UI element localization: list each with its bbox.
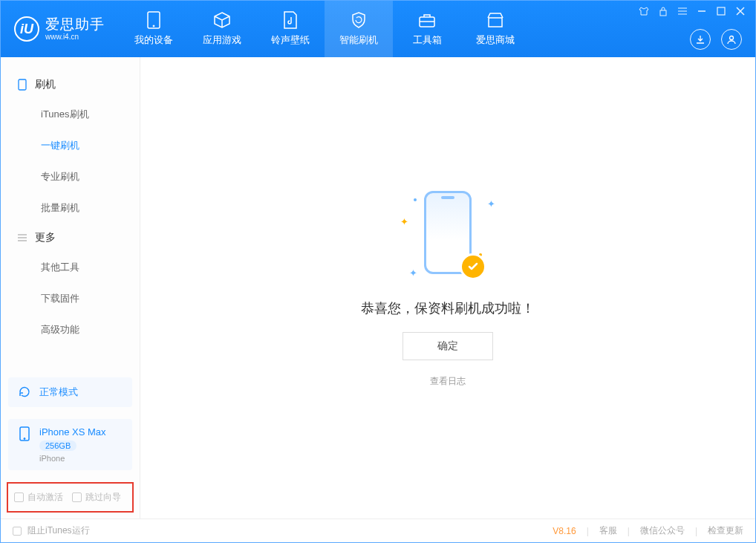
nav-label: 应用游戏 <box>203 33 241 47</box>
refresh-icon <box>17 385 32 400</box>
sidebar-group-more[interactable]: 更多 <box>1 224 140 252</box>
maximize-button[interactable] <box>715 5 727 17</box>
option-skip-guide[interactable]: 跳过向导 <box>72 491 121 504</box>
device-storage: 256GB <box>39 440 76 451</box>
nav-flash[interactable]: 智能刷机 <box>325 1 393 57</box>
checkbox-icon <box>14 492 24 502</box>
nav-store[interactable]: 爱思商城 <box>461 1 529 57</box>
wechat-link[interactable]: 微信公众号 <box>640 524 685 537</box>
toolbox-icon <box>417 11 437 29</box>
list-icon <box>17 233 27 243</box>
separator: | <box>628 526 630 536</box>
svg-point-5 <box>730 36 734 40</box>
separator: | <box>695 526 697 536</box>
device-box[interactable]: iPhone XS Max 256GB iPhone <box>8 419 132 470</box>
option-auto-activate[interactable]: 自动激活 <box>14 491 63 504</box>
logo-icon: iU <box>14 16 39 42</box>
option-label: 跳过向导 <box>85 491 121 504</box>
shield-refresh-icon <box>349 11 368 29</box>
user-controls <box>690 29 746 50</box>
phone-icon <box>144 11 163 29</box>
nav-apps[interactable]: 应用游戏 <box>188 1 256 57</box>
sidebar-item-download-firmware[interactable]: 下载固件 <box>1 283 140 314</box>
mode-box[interactable]: 正常模式 <box>8 377 132 407</box>
sidebar-item-itunes-flash[interactable]: iTunes刷机 <box>1 99 140 130</box>
device-type: iPhone <box>39 454 106 463</box>
sidebar-item-other-tools[interactable]: 其他工具 <box>1 252 140 283</box>
separator: | <box>587 526 589 536</box>
nav-label: 爱思商城 <box>476 33 515 47</box>
mode-label: 正常模式 <box>39 386 78 399</box>
download-button[interactable] <box>690 29 711 50</box>
svg-point-1 <box>153 25 154 27</box>
sidebar-item-batch-flash[interactable]: 批量刷机 <box>1 192 140 224</box>
sidebar-scroll: 刷机 iTunes刷机 一键刷机 专业刷机 批量刷机 更多 其他工具 下载固件 … <box>1 57 140 371</box>
success-illustration: ✦ ✦ ✦ <box>388 188 507 284</box>
nav-my-device[interactable]: 我的设备 <box>120 1 188 57</box>
sidebar: 刷机 iTunes刷机 一键刷机 专业刷机 批量刷机 更多 其他工具 下载固件 … <box>1 57 140 518</box>
phone-outline-icon <box>17 79 27 90</box>
svg-rect-4 <box>717 7 725 15</box>
sidebar-item-advanced[interactable]: 高级功能 <box>1 314 140 345</box>
device-phone-icon <box>17 426 32 441</box>
user-button[interactable] <box>721 29 742 50</box>
group-title: 刷机 <box>35 78 56 91</box>
app-window: iU 爱思助手 www.i4.cn 我的设备 应用游戏 铃声壁纸 智能刷机 <box>0 0 756 543</box>
sparkle-icon: ✦ <box>487 198 495 209</box>
titlebar: iU 爱思助手 www.i4.cn 我的设备 应用游戏 铃声壁纸 智能刷机 <box>1 1 755 57</box>
header-right <box>638 1 746 57</box>
checkbox-icon[interactable] <box>13 527 22 536</box>
sidebar-group-flash[interactable]: 刷机 <box>1 71 140 99</box>
window-controls <box>638 5 746 17</box>
nav-label: 我的设备 <box>134 33 173 47</box>
music-file-icon <box>281 11 300 29</box>
menu-icon[interactable] <box>677 5 688 17</box>
nav-label: 工具箱 <box>413 33 442 47</box>
app-title: 爱思助手 <box>45 17 105 33</box>
svg-point-8 <box>24 438 25 440</box>
option-label: 自动激活 <box>27 491 63 504</box>
footer-right: V8.16 | 客服 | 微信公众号 | 检查更新 <box>553 524 743 537</box>
logo-text: 爱思助手 www.i4.cn <box>45 17 105 41</box>
lock-icon[interactable] <box>657 5 669 17</box>
sparkle-icon: ✦ <box>400 216 408 227</box>
store-icon <box>486 11 505 29</box>
sparkle-icon: ✦ <box>409 267 417 279</box>
close-button[interactable] <box>734 5 746 17</box>
minimize-button[interactable] <box>696 5 708 17</box>
svg-rect-3 <box>660 10 666 16</box>
support-link[interactable]: 客服 <box>599 524 617 537</box>
nav-label: 智能刷机 <box>339 33 378 47</box>
svg-rect-6 <box>19 79 26 90</box>
device-name: iPhone XS Max <box>39 426 106 438</box>
sidebar-item-pro-flash[interactable]: 专业刷机 <box>1 161 140 192</box>
ok-button[interactable]: 确定 <box>403 332 493 360</box>
group-title: 更多 <box>35 231 56 244</box>
logo: iU 爱思助手 www.i4.cn <box>1 1 120 57</box>
device-info: iPhone XS Max 256GB iPhone <box>39 426 106 463</box>
check-update-link[interactable]: 检查更新 <box>708 524 743 537</box>
success-message: 恭喜您，保资料刷机成功啦！ <box>361 299 535 317</box>
sidebar-item-oneclick-flash[interactable]: 一键刷机 <box>1 130 140 161</box>
app-subtitle: www.i4.cn <box>45 33 105 41</box>
block-itunes-label[interactable]: 阻止iTunes运行 <box>27 524 90 537</box>
check-badge-icon <box>460 253 486 280</box>
sidebar-options-highlight: 自动激活 跳过向导 <box>7 482 134 513</box>
statusbar: 阻止iTunes运行 V8.16 | 客服 | 微信公众号 | 检查更新 <box>1 518 755 542</box>
nav-label: 铃声壁纸 <box>271 33 310 47</box>
top-nav: 我的设备 应用游戏 铃声壁纸 智能刷机 工具箱 爱思商城 <box>120 1 529 57</box>
nav-toolbox[interactable]: 工具箱 <box>393 1 461 57</box>
version-label: V8.16 <box>553 526 576 536</box>
body: 刷机 iTunes刷机 一键刷机 专业刷机 批量刷机 更多 其他工具 下载固件 … <box>1 57 755 518</box>
main-panel: ✦ ✦ ✦ 恭喜您，保资料刷机成功啦！ 确定 查看日志 <box>140 57 755 518</box>
dot-icon <box>414 198 417 201</box>
shirt-icon[interactable] <box>638 5 650 17</box>
cube-icon <box>212 11 232 29</box>
checkbox-icon <box>72 492 82 502</box>
view-log-link[interactable]: 查看日志 <box>430 375 466 388</box>
nav-ringtones[interactable]: 铃声壁纸 <box>256 1 325 57</box>
